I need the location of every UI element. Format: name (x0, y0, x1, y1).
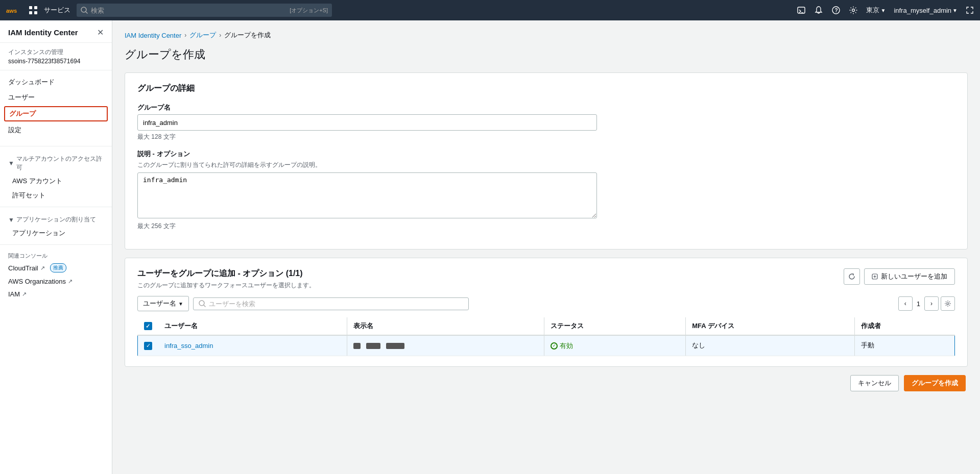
external-link-icon: ↗ (40, 265, 45, 271)
users-section-title: ユーザーをグループに追加 - オプション (1/1) (137, 268, 315, 279)
add-user-label: 新しいユーザーを追加 (881, 272, 947, 281)
nav-right: ? 東京 ▼ infra_myself_admin ▼ (797, 6, 974, 15)
description-sublabel: このグループに割り当てられた許可の詳細を示すグループの説明。 (137, 161, 955, 169)
row-1-created-by-cell: 手動 (855, 335, 955, 356)
masked-block-2 (366, 343, 380, 349)
th-status: ステータス (544, 317, 686, 335)
sidebar-divider-3 (0, 244, 112, 245)
top-nav: aws サービス [オプション+S] ? 東京 ▼ infra_myse (0, 0, 980, 20)
svg-text:?: ? (835, 8, 838, 13)
description-max-hint: 最大 256 文字 (137, 222, 955, 231)
refresh-button[interactable] (844, 268, 860, 285)
pagination-controls: ‹ 1 › (898, 296, 955, 311)
filter-chevron-icon: ▼ (178, 301, 183, 307)
select-all-checkbox[interactable] (144, 322, 152, 330)
pagination-prev-button[interactable]: ‹ (898, 296, 913, 311)
masked-block-3 (386, 343, 404, 349)
users-search-bar: ユーザー名 ▼ ‹ 1 › (137, 296, 955, 311)
pagination-next-button[interactable]: › (924, 296, 939, 311)
svg-rect-2 (34, 6, 37, 9)
users-header-left: ユーザーをグループに追加 - オプション (1/1) このグループに追加するワー… (137, 268, 315, 290)
nav-search-bar[interactable]: [オプション+S] (77, 4, 332, 17)
svg-rect-1 (29, 6, 32, 9)
row-1-status-cell: 有効 (544, 335, 686, 356)
svg-rect-3 (29, 11, 32, 14)
th-username: ユーザー名 (158, 317, 347, 335)
sidebar-navigation: ダッシュボード ユーザー グループ 設定 (0, 70, 112, 142)
breadcrumb-current: グループを作成 (224, 31, 271, 40)
external-link-icon-2: ↗ (68, 278, 73, 285)
sidebar-item-users[interactable]: ユーザー (0, 90, 112, 105)
help-circle-icon[interactable]: ? (831, 6, 841, 15)
th-checkbox (138, 317, 159, 335)
row-1-username-cell: infra_sso_admin (158, 335, 347, 356)
sidebar-item-permission-sets[interactable]: 許可セット (0, 188, 112, 203)
sidebar-item-aws-accounts[interactable]: AWS アカウント (0, 174, 112, 188)
pagination-settings-button[interactable] (941, 296, 955, 311)
group-name-max-hint: 最大 128 文字 (137, 133, 955, 141)
users-header-right: 新しいユーザーを追加 (844, 268, 955, 285)
recommend-badge: 推薦 (50, 263, 66, 272)
notification-bell-icon[interactable] (814, 6, 823, 15)
svg-line-16 (204, 305, 205, 307)
group-name-input[interactable] (137, 114, 597, 131)
row-1-status: 有効 (551, 341, 573, 351)
svg-text:aws: aws (6, 8, 17, 14)
th-created-by: 作成者 (855, 317, 955, 335)
row-1-displayname-cell (347, 335, 544, 356)
breadcrumb-sep-1: › (184, 32, 186, 39)
settings-gear-icon[interactable] (849, 6, 858, 15)
masked-block-1 (353, 343, 361, 349)
sidebar-item-groups[interactable]: グループ (4, 106, 108, 121)
sidebar-item-applications[interactable]: アプリケーション (0, 226, 112, 240)
add-user-button[interactable]: 新しいユーザーを追加 (864, 268, 955, 285)
create-group-button[interactable]: グループを作成 (904, 375, 966, 391)
user-search-input[interactable] (209, 300, 463, 308)
breadcrumb-groups[interactable]: グループ (189, 31, 216, 40)
description-field: 説明 - オプション このグループに割り当てられた許可の詳細を示すグループの説明… (137, 149, 955, 231)
sidebar-close-button[interactable]: ✕ (97, 28, 104, 37)
sidebar-item-cloudtrail[interactable]: CloudTrail ↗ 推薦 (0, 261, 112, 275)
row-1-mfa-cell: なし (686, 335, 855, 356)
fullscreen-icon[interactable] (966, 6, 974, 14)
cancel-button[interactable]: キャンセル (850, 375, 899, 391)
row-1-username-link[interactable]: infra_sso_admin (164, 342, 213, 350)
search-shortcut: [オプション+S] (290, 7, 328, 14)
sidebar-header: IAM Identity Center ✕ (0, 20, 112, 43)
nav-search-input[interactable] (91, 7, 286, 14)
user-filter-dropdown[interactable]: ユーザー名 ▼ (137, 296, 189, 311)
breadcrumb-iam-identity-center[interactable]: IAM Identity Center (125, 32, 181, 39)
services-menu[interactable]: サービス (44, 6, 70, 15)
sidebar-item-dashboard[interactable]: ダッシュボード (0, 74, 112, 90)
region-selector[interactable]: 東京 ▼ (866, 6, 886, 15)
description-label: 説明 - オプション (137, 149, 955, 159)
status-active-icon (551, 342, 558, 350)
main-layout: IAM Identity Center ✕ インスタンスの管理 ssoins-7… (0, 20, 980, 474)
grid-icon[interactable] (29, 6, 38, 15)
users-section-header: ユーザーをグループに追加 - オプション (1/1) このグループに追加するワー… (137, 268, 955, 290)
cloud-shell-icon[interactable] (797, 6, 806, 15)
user-account-menu[interactable]: infra_myself_admin ▼ (894, 7, 958, 14)
sidebar: IAM Identity Center ✕ インスタンスの管理 ssoins-7… (0, 20, 112, 474)
group-name-field: グループ名 最大 128 文字 (137, 103, 955, 141)
sidebar-item-settings[interactable]: 設定 (0, 122, 112, 138)
external-link-icon-3: ↗ (22, 291, 27, 297)
users-table-header: ユーザー名 表示名 ステータス MFA デバイス 作成者 (138, 317, 955, 335)
instance-value: ssoins-7758223f38571694 (8, 58, 104, 65)
group-name-label: グループ名 (137, 103, 955, 112)
pagination-current: 1 (915, 300, 922, 308)
svg-rect-7 (798, 7, 805, 13)
sidebar-section-multi-account[interactable]: ▼ マルチアカウントのアクセス許可 (0, 151, 112, 174)
breadcrumb-sep-2: › (219, 32, 221, 39)
table-row: infra_sso_admin 有効 (138, 335, 955, 356)
sidebar-item-iam[interactable]: IAM ↗ (0, 288, 112, 301)
group-details-card: グループの詳細 グループ名 最大 128 文字 説明 - オプション このグルー… (125, 72, 968, 250)
description-textarea[interactable]: infra_admin (137, 172, 597, 218)
group-details-card-title: グループの詳細 (137, 83, 955, 94)
sidebar-item-aws-organizations[interactable]: AWS Organizations ↗ (0, 275, 112, 288)
row-1-checkbox[interactable] (144, 342, 152, 350)
aws-logo[interactable]: aws (6, 5, 22, 15)
sidebar-section-app-assign[interactable]: ▼ アプリケーションの割り当て (0, 211, 112, 226)
sidebar-divider-1 (0, 146, 112, 146)
sidebar-related-label: 関連コンソール (0, 249, 112, 261)
